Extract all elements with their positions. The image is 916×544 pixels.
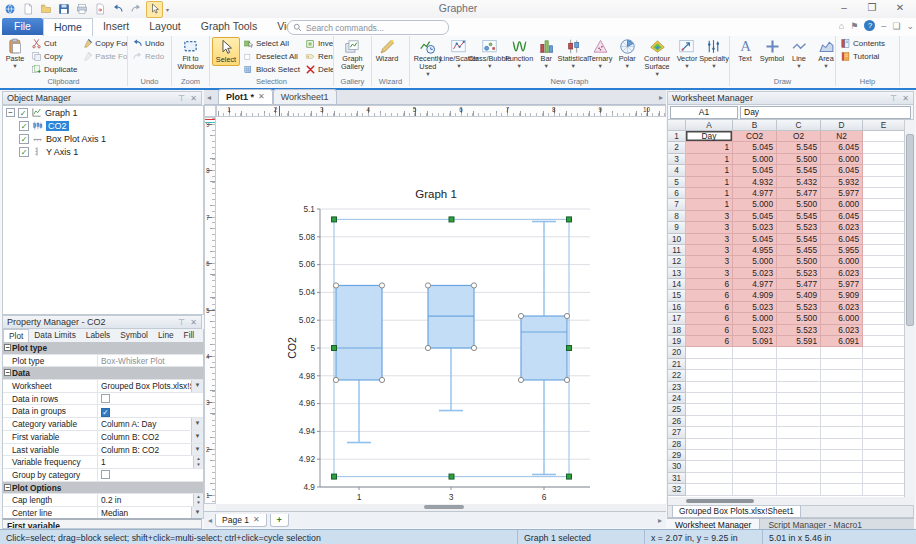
- cell-B15[interactable]: 4.909: [733, 290, 777, 301]
- contents-button[interactable]: Contents: [838, 37, 887, 50]
- row-header-15[interactable]: 15: [668, 290, 686, 301]
- cell-D15[interactable]: 5.909: [821, 290, 863, 301]
- expander-icon[interactable]: −: [6, 108, 15, 117]
- box-whisker-chart[interactable]: Graph 1CO25.15.085.065.045.0254.984.964.…: [216, 117, 666, 504]
- cell-A22[interactable]: [686, 370, 733, 381]
- cell-A23[interactable]: [686, 382, 733, 393]
- row-header-21[interactable]: 21: [668, 359, 686, 370]
- cell-A17[interactable]: 6: [686, 313, 733, 324]
- polar-button[interactable]: Polar▼: [614, 37, 640, 69]
- dropdown-chevron-icon[interactable]: ▼: [191, 431, 203, 443]
- cell-D32[interactable]: [821, 484, 863, 495]
- cell-D3[interactable]: 6.000: [821, 154, 863, 165]
- cell-A19[interactable]: 6: [686, 336, 733, 347]
- property-tab-plot[interactable]: Plot: [3, 329, 29, 342]
- cell-A25[interactable]: [686, 404, 733, 415]
- cell-E1[interactable]: [863, 131, 905, 142]
- cell-A31[interactable]: [686, 473, 733, 484]
- cell-E25[interactable]: [863, 404, 905, 415]
- fit-to-window-button[interactable]: Fit to Window: [174, 37, 207, 72]
- cell-D22[interactable]: [821, 370, 863, 381]
- cell-C22[interactable]: [777, 370, 821, 381]
- cell-C23[interactable]: [777, 382, 821, 393]
- cell-C6[interactable]: 5.477: [777, 188, 821, 199]
- cell-B18[interactable]: 5.023: [733, 325, 777, 336]
- cell-B17[interactable]: 5.000: [733, 313, 777, 324]
- cell-D23[interactable]: [821, 382, 863, 393]
- cell-E32[interactable]: [863, 484, 905, 495]
- cell-A26[interactable]: [686, 416, 733, 427]
- cell-A8[interactable]: 3: [686, 211, 733, 222]
- select-all-corner[interactable]: [668, 120, 686, 131]
- cell-E5[interactable]: [863, 177, 905, 188]
- cell-A10[interactable]: 3: [686, 234, 733, 245]
- cell-C19[interactable]: 5.591: [777, 336, 821, 347]
- cell-E9[interactable]: [863, 222, 905, 233]
- contour-surface-button[interactable]: Contour Surface▼: [641, 37, 673, 77]
- dropdown-chevron-icon[interactable]: ▼: [191, 418, 203, 430]
- cell-C3[interactable]: 5.500: [777, 154, 821, 165]
- cell-B16[interactable]: 5.023: [733, 302, 777, 313]
- qat-save-icon[interactable]: [56, 2, 71, 17]
- spinner-control[interactable]: ▲▼: [193, 494, 203, 506]
- cell-C21[interactable]: [777, 359, 821, 370]
- row-header-12[interactable]: 12: [668, 256, 686, 267]
- property-tab-symbol[interactable]: Symbol: [115, 329, 153, 342]
- cell-value[interactable]: Day: [740, 106, 911, 119]
- ribbon-tab-file[interactable]: File: [2, 18, 43, 35]
- function-button[interactable]: Function▼: [506, 37, 532, 69]
- dropdown-chevron-icon[interactable]: ▼: [191, 380, 203, 392]
- cell-B23[interactable]: [733, 382, 777, 393]
- cell-C1[interactable]: O2: [777, 131, 821, 142]
- cell-D20[interactable]: [821, 347, 863, 358]
- row-header-24[interactable]: 24: [668, 393, 686, 404]
- cell-B32[interactable]: [733, 484, 777, 495]
- cell-E20[interactable]: [863, 347, 905, 358]
- maximize-button[interactable]: ❐: [858, 0, 886, 16]
- cell-A21[interactable]: [686, 359, 733, 370]
- cell-B3[interactable]: 5.000: [733, 154, 777, 165]
- expand-icon[interactable]: ⌄: [906, 21, 914, 31]
- cell-D29[interactable]: [821, 450, 863, 461]
- property-row-worksheet[interactable]: WorksheetGrouped Box Plots.xlsx!Sheet1 (…: [3, 380, 203, 393]
- page-scroll-left-icon[interactable]: ◂: [208, 516, 212, 525]
- cell-E28[interactable]: [863, 439, 905, 450]
- cell-E10[interactable]: [863, 234, 905, 245]
- row-header-16[interactable]: 16: [668, 302, 686, 313]
- pin-icon[interactable]: ⊤: [178, 94, 185, 103]
- cell-C2[interactable]: 5.545: [777, 142, 821, 153]
- class-bubble-button[interactable]: Class/Bubble▼: [474, 37, 505, 69]
- cell-E24[interactable]: [863, 393, 905, 404]
- cell-B5[interactable]: 4.932: [733, 177, 777, 188]
- qat-redo-icon[interactable]: [128, 2, 143, 17]
- pin-icon[interactable]: ⊤: [178, 318, 185, 327]
- cell-B21[interactable]: [733, 359, 777, 370]
- cell-E22[interactable]: [863, 370, 905, 381]
- add-page-tab[interactable]: +: [270, 514, 289, 527]
- ribbon-tab-layout[interactable]: Layout: [139, 18, 191, 35]
- qat-customize-icon[interactable]: ▾: [166, 6, 169, 13]
- cell-E13[interactable]: [863, 268, 905, 279]
- cell-E16[interactable]: [863, 302, 905, 313]
- cell-E11[interactable]: [863, 245, 905, 256]
- page-tab-page-1[interactable]: Page 1✕: [215, 514, 267, 527]
- row-header-23[interactable]: 23: [668, 382, 686, 393]
- document-tab-plot1-[interactable]: Plot1 *✕: [218, 89, 273, 104]
- pin-icon[interactable]: ⊤: [890, 94, 897, 103]
- cut-button[interactable]: Cut: [29, 37, 79, 50]
- cell-E27[interactable]: [863, 427, 905, 438]
- qat-open-icon[interactable]: [38, 2, 53, 17]
- cell-D28[interactable]: [821, 439, 863, 450]
- cell-B2[interactable]: 5.045: [733, 142, 777, 153]
- visibility-checkbox[interactable]: ✓: [19, 134, 29, 144]
- cell-D25[interactable]: [821, 404, 863, 415]
- block-select-button[interactable]: Block Select: [241, 63, 302, 76]
- row-header-19[interactable]: 19: [668, 336, 686, 347]
- page-scroll-right-icon[interactable]: ▸: [658, 516, 662, 525]
- cell-D2[interactable]: 6.045: [821, 142, 863, 153]
- cell-D8[interactable]: 6.045: [821, 211, 863, 222]
- column-header-A[interactable]: A: [686, 120, 733, 131]
- cell-A18[interactable]: 6: [686, 325, 733, 336]
- area-button[interactable]: Area▼: [813, 37, 836, 69]
- cell-B27[interactable]: [733, 427, 777, 438]
